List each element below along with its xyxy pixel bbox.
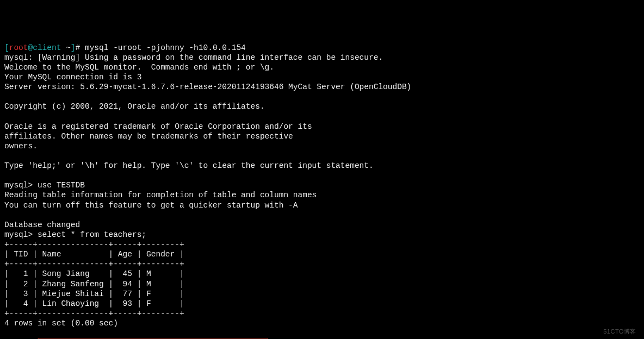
trademark-line: affiliates. Other names may be trademark…: [4, 132, 293, 141]
trademark-line: owners.: [4, 142, 38, 150]
db-changed: Database changed: [4, 221, 80, 229]
sql-select: select * from teachers;: [38, 230, 146, 239]
table-row: | 2 | Zhang Sanfeng | 94 | M |: [4, 280, 184, 288]
mysql-prompt: mysql>: [4, 230, 38, 239]
welcome-line: Welcome to the MySQL monitor. Commands e…: [4, 63, 274, 72]
table-border: +-----+---------------+-----+--------+: [4, 309, 184, 318]
reading-info: Reading table information for completion…: [4, 191, 317, 199]
table-row: | 4 | Lin Chaoying | 93 | F |: [4, 299, 184, 308]
help-line: Type 'help;' or '\h' for help. Type '\c'…: [4, 161, 374, 170]
table-header: | TID | Name | Age | Gender |: [4, 250, 184, 259]
table-row: | 1 | Song Jiang | 45 | M |: [4, 269, 184, 278]
shell-prompt: [root@client ~]#: [4, 43, 85, 52]
rows-summary: 4 rows in set (0.00 sec): [4, 319, 118, 328]
server-version: Server version: 5.6.29-mycat-1.6.7.6-rel…: [4, 83, 411, 91]
watermark: 51CTO博客: [603, 328, 636, 336]
connection-id: Your MySQL connection id is 3: [4, 73, 141, 81]
table-border: +-----+---------------+-----+--------+: [4, 260, 184, 268]
copyright-line: Copyright (c) 2000, 2021, Oracle and/or …: [4, 102, 265, 111]
reading-info: You can turn off this feature to get a q…: [4, 201, 298, 210]
mysql-prompt: mysql>: [4, 181, 38, 190]
terminal-output[interactable]: [root@client ~]# mysql -uroot -pjohnny -…: [4, 43, 640, 340]
trademark-line: Oracle is a registered trademark of Orac…: [4, 122, 312, 131]
shell-command: mysql -uroot -pjohnny -h10.0.0.154: [85, 43, 246, 52]
table-row: | 3 | Miejue Shitai | 77 | F |: [4, 290, 184, 298]
mysql-warning: mysql: [Warning] Using a password on the…: [4, 53, 383, 62]
table-border: +-----+---------------+-----+--------+: [4, 240, 184, 249]
sql-use: use TESTDB: [38, 181, 85, 190]
